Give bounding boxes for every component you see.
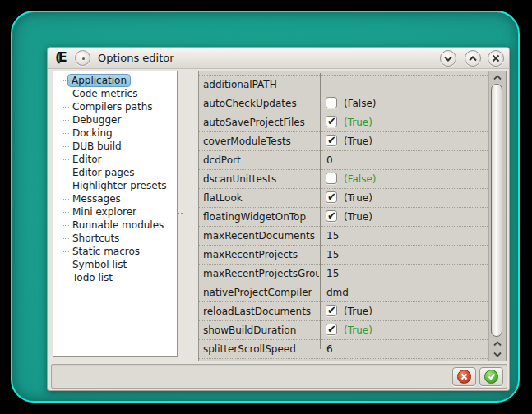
titlebar[interactable]: (E Options editor [48, 48, 509, 69]
tree-item-code-metrics[interactable]: Code metrics [53, 87, 177, 100]
ok-button[interactable] [479, 367, 503, 386]
scrollbar-up-button-2[interactable] [489, 338, 506, 349]
property-name: floatingWidgetOnTop [203, 208, 306, 226]
property-row-floatingWidgetOnTop[interactable]: floatingWidgetOnTop(True) [199, 208, 488, 227]
property-row-dcdPort[interactable]: dcdPort0 [199, 151, 488, 170]
tree-item-mini-explorer[interactable]: Mini explorer [53, 205, 177, 218]
chevron-up-icon [493, 75, 502, 80]
property-name: showBuildDuration [203, 321, 296, 339]
property-value: (True) [344, 302, 372, 320]
property-value[interactable]: 6 [326, 340, 333, 358]
property-name: dscanUnittests [203, 170, 276, 188]
tree-item-label: Application [67, 74, 131, 87]
options-editor-window: (E Options editor [47, 47, 510, 391]
tree-item-label: Editor [72, 154, 103, 165]
cancel-button[interactable] [452, 367, 476, 386]
property-value[interactable]: 15 [326, 264, 339, 283]
property-row-autoCheckUpdates[interactable]: autoCheckUpdates(False) [199, 94, 488, 113]
window-title: Options editor [98, 52, 174, 64]
tree-item-label: Editor pages [72, 167, 136, 178]
property-row-maxRecentDocuments[interactable]: maxRecentDocuments15 [199, 227, 488, 246]
tree-item-editor[interactable]: Editor [53, 153, 177, 166]
checkbox-checked-icon[interactable] [326, 191, 337, 203]
chevron-down-icon [493, 352, 502, 357]
property-row-maxRecentProjects[interactable]: maxRecentProjects15 [199, 246, 488, 264]
tree-item-label: Shortcuts [72, 232, 120, 244]
property-value[interactable]: 15 [326, 227, 339, 245]
tree-item-label: Static macros [72, 246, 141, 257]
property-name: autoCheckUpdates [203, 94, 297, 113]
tree-item-label: Compilers paths [72, 101, 154, 113]
tree-item-label: Messages [72, 193, 122, 205]
property-row-dscanUnittests[interactable]: dscanUnittests(False) [199, 170, 488, 189]
tree-item-label: Highlighter presets [72, 180, 168, 191]
desktop-background: { "titlebar": { "title": "Options editor… [0, 0, 532, 414]
tree-item-highlighter-presets[interactable]: Highlighter presets [53, 179, 177, 192]
tree-item-label: Symbol list [72, 259, 127, 270]
checkbox-unchecked-icon[interactable] [326, 172, 337, 184]
splitter-grip[interactable] [178, 213, 179, 214]
tree-item-label: Todo list [72, 272, 113, 283]
property-row-autoSaveProjectFiles[interactable]: autoSaveProjectFiles(True) [199, 113, 488, 132]
checkbox-checked-icon[interactable] [326, 305, 337, 316]
close-icon [492, 54, 500, 62]
tree-item-symbol-list[interactable]: Symbol list [53, 258, 177, 271]
property-row-flatLook[interactable]: flatLook(True) [199, 189, 488, 208]
tree-item-dub-build[interactable]: DUB build [53, 140, 177, 153]
property-name: splitterScrollSpeed [203, 340, 296, 358]
tree-item-application[interactable]: Application [53, 74, 177, 87]
property-name: additionalPATH [203, 76, 277, 94]
tree-item-editor-pages[interactable]: Editor pages [53, 166, 177, 179]
checkbox-unchecked-icon[interactable] [326, 97, 337, 108]
property-value: (False) [344, 170, 377, 188]
tree-item-label: DUB build [72, 140, 123, 152]
options-category-tree[interactable]: ApplicationCode metricsCompilers pathsDe… [53, 71, 178, 356]
tree-item-label: Debugger [72, 114, 122, 126]
cancel-cross-icon [457, 370, 471, 384]
scrollbar-down-button[interactable] [489, 349, 506, 360]
property-name: maxRecentDocuments [203, 227, 315, 245]
footer-bar [51, 364, 507, 389]
tree-item-debugger[interactable]: Debugger [53, 113, 177, 126]
property-value: (False) [344, 94, 377, 113]
minimize-button[interactable] [440, 50, 456, 67]
property-grid[interactable]: additionalPATHautoCheckUpdates(False)aut… [198, 71, 507, 361]
checkbox-checked-icon[interactable] [326, 116, 337, 127]
property-name: flatLook [203, 189, 243, 207]
checkbox-checked-icon[interactable] [326, 324, 337, 335]
tree-item-label: Code metrics [72, 88, 138, 99]
property-value[interactable]: 0 [326, 151, 333, 169]
property-row-showBuildDuration[interactable]: showBuildDuration(True) [199, 321, 488, 340]
checkbox-checked-icon[interactable] [326, 210, 337, 222]
scrollbar-up-button[interactable] [489, 72, 506, 83]
property-value[interactable]: dmd [326, 283, 349, 301]
property-name: autoSaveProjectFiles [203, 113, 305, 131]
property-row-nativeProjectCompiler[interactable]: nativeProjectCompilerdmd [199, 283, 488, 302]
tree-item-todo-list[interactable]: Todo list [53, 271, 177, 284]
tree-item-static-macros[interactable]: Static macros [53, 245, 177, 258]
property-value: (True) [344, 321, 372, 339]
coedit-logo-icon: (E [55, 49, 64, 65]
property-name: maxRecentProjectsGrou [203, 264, 319, 283]
property-rows: additionalPATHautoCheckUpdates(False)aut… [199, 75, 488, 359]
property-value: (True) [344, 208, 372, 226]
checkbox-checked-icon[interactable] [326, 135, 337, 146]
vertical-scrollbar[interactable] [488, 71, 506, 361]
property-row-splitterScrollSpeed[interactable]: splitterScrollSpeed6 [199, 340, 488, 359]
tree-item-shortcuts[interactable]: Shortcuts [53, 232, 177, 245]
restore-button[interactable] [465, 50, 481, 67]
close-button[interactable] [488, 50, 504, 67]
property-row-reloadLastDocuments[interactable]: reloadLastDocuments(True) [199, 302, 488, 321]
tree-item-compilers-paths[interactable]: Compilers paths [53, 100, 177, 113]
scrollbar-thumb[interactable] [491, 84, 502, 337]
property-value[interactable]: 15 [326, 246, 339, 264]
ok-check-icon [484, 370, 498, 384]
property-row-additionalPATH[interactable]: additionalPATH [199, 76, 488, 94]
property-value: (True) [344, 132, 372, 150]
tree-item-runnable-modules[interactable]: Runnable modules [53, 218, 177, 232]
tree-item-messages[interactable]: Messages [53, 192, 177, 205]
titlebar-menu-button[interactable] [75, 50, 90, 66]
property-row-coverModuleTests[interactable]: coverModuleTests(True) [199, 132, 488, 151]
property-row-maxRecentProjectsGrou[interactable]: maxRecentProjectsGrou15 [199, 264, 488, 283]
tree-item-docking[interactable]: Docking [53, 126, 177, 140]
